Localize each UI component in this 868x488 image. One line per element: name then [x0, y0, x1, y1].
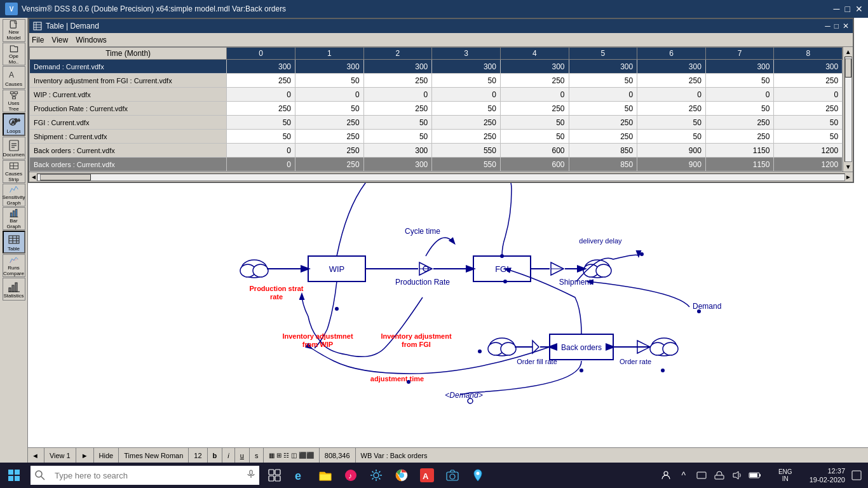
svg-text:Order fill rate: Order fill rate — [517, 358, 557, 365]
search-input[interactable] — [50, 471, 240, 480]
scroll-right-btn[interactable]: ► — [845, 173, 851, 180]
cell-value: 250 — [705, 116, 774, 130]
scroll-up-btn[interactable]: ▲ — [845, 48, 851, 55]
cell-value: 250 — [295, 130, 363, 144]
people-icon[interactable] — [660, 469, 672, 482]
tool-causes-strip[interactable]: CausesStrip — [3, 160, 25, 183]
tool-open-model[interactable]: OpeMo.. — [3, 43, 25, 65]
scroll-down-btn[interactable]: ▼ — [845, 163, 851, 170]
scroll-track[interactable] — [844, 57, 852, 162]
table-maximize[interactable]: □ — [834, 22, 839, 30]
table-row[interactable]: WIP : Current.vdfx000000000 — [30, 88, 843, 102]
cell-value: 300 — [432, 60, 501, 74]
cell-value: 0 — [569, 88, 637, 102]
status-bold[interactable]: b — [213, 448, 223, 463]
menu-windows[interactable]: Windows — [76, 36, 107, 44]
table-row[interactable]: Shipment : Current.vdfx50250502505025050… — [30, 130, 843, 144]
keyboard-icon[interactable] — [695, 469, 708, 482]
left-toolbar: New Model OpeMo.. A Causes Uses Tree — [0, 18, 28, 463]
status-italic[interactable]: i — [227, 448, 234, 463]
scroll-thumb[interactable] — [845, 58, 851, 78]
tool-loops[interactable]: A B+ Loops — [3, 113, 25, 136]
menu-file[interactable]: File — [32, 36, 44, 44]
scroll-left-btn[interactable]: ◄ — [31, 173, 37, 180]
taskbar-edge[interactable]: e — [288, 464, 311, 487]
vertical-scrollbar[interactable]: ▲ ▼ — [843, 47, 853, 172]
table-titlebar: Table | Demand ─ □ ✕ — [29, 19, 853, 33]
scroll-track-h[interactable] — [37, 173, 845, 181]
svg-line-86 — [41, 477, 44, 480]
menu-view[interactable]: View — [51, 36, 68, 44]
col-header-0: 0 — [227, 48, 295, 60]
svg-point-78 — [407, 380, 410, 384]
svg-text:A: A — [423, 471, 429, 481]
table-row[interactable]: Production Rate : Current.vdfx2505025050… — [30, 102, 843, 116]
svg-text:adjustment time: adjustment time — [370, 375, 424, 383]
tool-document[interactable]: Documen — [3, 137, 25, 159]
cell-value: 0 — [363, 88, 432, 102]
taskbar-maps[interactable] — [466, 464, 489, 487]
col-header-5: 5 — [569, 48, 637, 60]
svg-text:from FGI: from FGI — [402, 341, 431, 348]
cell-value: 250 — [227, 74, 295, 88]
search-bar[interactable] — [31, 466, 259, 485]
taskbar-task-view[interactable] — [263, 464, 286, 487]
table-minimize[interactable]: ─ — [825, 22, 831, 30]
cell-value: 850 — [569, 144, 637, 158]
cell-value: 0 — [774, 88, 843, 102]
cell-value: 600 — [500, 144, 569, 158]
close-button[interactable]: ✕ — [855, 4, 863, 14]
cell-value: 300 — [500, 60, 569, 74]
table-row[interactable]: FGI : Current.vdfx5025050250502505025050 — [30, 116, 843, 130]
status-nav-next[interactable]: ► — [81, 448, 94, 463]
table-row[interactable]: Back orders : Current.vdfx02503005506008… — [30, 158, 843, 172]
taskbar-settings[interactable] — [365, 464, 388, 487]
volume-icon[interactable] — [731, 469, 743, 482]
cell-value: 250 — [637, 74, 706, 88]
svg-point-77 — [478, 349, 482, 353]
minimize-button[interactable]: ─ — [834, 4, 840, 14]
table-titlebar-controls[interactable]: ─ □ ✕ — [825, 22, 849, 30]
maximize-button[interactable]: □ — [845, 4, 850, 14]
svg-text:A: A — [9, 71, 14, 79]
row-label: Inventory adjustment from FGI : Current.… — [30, 74, 227, 88]
tool-statistics[interactable]: Statistics — [3, 278, 25, 301]
taskbar-groove[interactable]: ♪ — [339, 464, 362, 487]
table-close[interactable]: ✕ — [843, 22, 849, 30]
cell-value: 50 — [295, 74, 363, 88]
tool-new-model[interactable]: New Model — [3, 19, 25, 42]
row-label: Back orders : Current.vdfx — [30, 158, 227, 172]
status-underline[interactable]: u — [240, 448, 250, 463]
status-nav-prev[interactable]: ◄ — [32, 448, 44, 463]
network-icon[interactable] — [713, 469, 726, 482]
tool-uses-tree[interactable]: Uses Tree — [3, 90, 25, 112]
cell-value: 550 — [432, 158, 501, 172]
table-row[interactable]: Back orders : Current.vdfx02503005506008… — [30, 144, 843, 158]
taskbar-acrobat[interactable]: A — [416, 464, 438, 487]
microphone-icon[interactable] — [247, 470, 259, 481]
tool-causes[interactable]: A Causes — [3, 66, 25, 89]
status-hide[interactable]: Hide — [99, 448, 119, 463]
tool-bar-graph[interactable]: BarGraph — [3, 207, 25, 230]
tool-table[interactable]: Table — [3, 231, 25, 254]
taskbar-chrome[interactable] — [390, 464, 413, 487]
notification-icon[interactable] — [850, 469, 863, 482]
svg-text:Production Rate: Production Rate — [395, 278, 450, 287]
taskbar-camera[interactable] — [441, 464, 464, 487]
svg-rect-89 — [269, 470, 274, 475]
tool-sensitivity[interactable]: SensitivityGraph — [3, 184, 25, 207]
status-shadow[interactable]: s — [255, 448, 264, 463]
svg-rect-92 — [275, 476, 280, 481]
table-row[interactable]: Inventory adjustment from FGI : Current.… — [30, 74, 843, 88]
chevron-up-icon[interactable]: ^ — [677, 469, 690, 482]
battery-icon[interactable] — [749, 469, 761, 482]
scroll-thumb-h[interactable] — [40, 174, 91, 180]
cell-value: 250 — [637, 102, 706, 116]
taskbar-file-explorer[interactable] — [314, 464, 337, 487]
horizontal-scrollbar[interactable]: ◄ ► — [29, 172, 853, 182]
tool-runs-compare[interactable]: RunsCompare — [3, 254, 25, 277]
title-bar-controls[interactable]: ─ □ ✕ — [834, 4, 863, 14]
table-row[interactable]: Demand : Current.vdfx3003003003003003003… — [30, 60, 843, 74]
start-button[interactable] — [0, 463, 28, 488]
row-label: Demand : Current.vdfx — [30, 60, 227, 74]
